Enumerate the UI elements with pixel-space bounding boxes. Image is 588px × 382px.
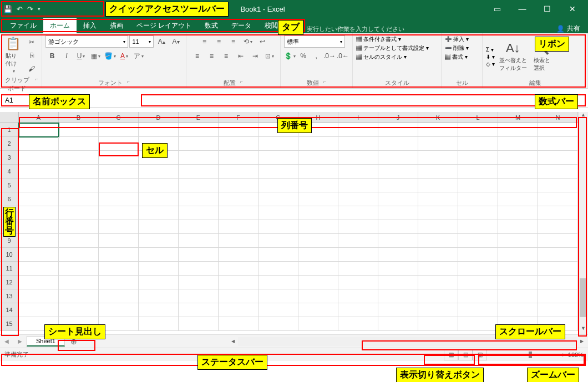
cell[interactable]	[139, 234, 179, 248]
cell[interactable]	[258, 276, 298, 289]
fx-icon[interactable]: fx	[83, 96, 88, 104]
cell[interactable]	[418, 248, 458, 262]
cell[interactable]	[458, 276, 498, 289]
align-top-button[interactable]: ≡	[198, 35, 211, 48]
cell[interactable]	[538, 192, 578, 206]
cell[interactable]	[179, 137, 219, 151]
redo-icon[interactable]: ↷	[27, 5, 33, 13]
cell[interactable]	[258, 234, 298, 248]
cell[interactable]	[378, 165, 418, 179]
page-break-view-button[interactable]: ▣	[473, 349, 487, 360]
cell[interactable]	[378, 234, 418, 248]
cell[interactable]	[498, 248, 538, 262]
row-header[interactable]: 5	[0, 179, 19, 192]
column-header[interactable]: K	[418, 112, 458, 123]
increase-font-button[interactable]: A▴	[155, 35, 168, 48]
cell[interactable]	[139, 206, 179, 220]
cell[interactable]	[59, 192, 99, 206]
find-select-button[interactable]: 🔍 検索と 選択	[531, 40, 552, 73]
cell[interactable]	[378, 220, 418, 234]
cell[interactable]	[338, 234, 378, 248]
save-icon[interactable]: 💾	[3, 5, 12, 13]
row-header[interactable]: 7	[0, 206, 19, 220]
share-button[interactable]: 👤 共有	[549, 24, 588, 33]
delete-cells-button[interactable]: ➖ 削除 ▾	[445, 44, 469, 52]
cell[interactable]	[418, 303, 458, 317]
column-header[interactable]: G	[258, 112, 298, 123]
cell[interactable]	[538, 276, 578, 289]
tab-draw[interactable]: 描画	[103, 18, 130, 33]
bold-button[interactable]: B	[45, 50, 59, 62]
cell[interactable]	[378, 303, 418, 317]
cell[interactable]	[538, 137, 578, 151]
cell[interactable]	[298, 234, 338, 248]
cell[interactable]	[258, 179, 298, 192]
cell[interactable]	[418, 220, 458, 234]
cell[interactable]	[338, 220, 378, 234]
cell[interactable]	[59, 289, 99, 303]
cell[interactable]	[458, 262, 498, 276]
cell[interactable]	[99, 151, 139, 165]
cell[interactable]	[538, 303, 578, 317]
cell[interactable]	[59, 151, 99, 165]
cell[interactable]	[19, 317, 59, 331]
cell[interactable]	[498, 123, 538, 137]
cell[interactable]	[59, 248, 99, 262]
cell[interactable]	[99, 220, 139, 234]
cell[interactable]	[139, 137, 179, 151]
cell[interactable]	[378, 276, 418, 289]
cell[interactable]	[418, 137, 458, 151]
cell[interactable]	[498, 289, 538, 303]
cell[interactable]	[298, 206, 338, 220]
cell[interactable]	[139, 262, 179, 276]
cell[interactable]	[59, 179, 99, 192]
cell[interactable]	[219, 179, 258, 192]
cell-styles-button[interactable]: ▦ セルのスタイル ▾	[356, 53, 407, 61]
minimize-button[interactable]: —	[510, 0, 535, 18]
align-middle-button[interactable]: ≡	[212, 35, 226, 48]
row-header[interactable]: 8	[0, 220, 19, 234]
fill-button[interactable]: ⬇ ▾	[486, 54, 495, 60]
cell[interactable]	[298, 123, 338, 137]
cell[interactable]	[19, 137, 59, 151]
cell[interactable]	[538, 262, 578, 276]
decrease-indent-button[interactable]: ⇤	[234, 50, 247, 62]
cell[interactable]	[219, 262, 258, 276]
cell[interactable]	[139, 303, 179, 317]
cell[interactable]	[139, 179, 179, 192]
cell[interactable]	[458, 137, 498, 151]
cell[interactable]	[99, 317, 139, 331]
cell[interactable]	[378, 206, 418, 220]
cell[interactable]	[99, 165, 139, 179]
formula-input[interactable]	[94, 93, 588, 107]
cell[interactable]	[538, 165, 578, 179]
cell[interactable]	[59, 303, 99, 317]
name-box[interactable]	[1, 95, 57, 106]
cell[interactable]	[418, 123, 458, 137]
cell[interactable]	[338, 262, 378, 276]
cell[interactable]	[19, 206, 59, 220]
cell[interactable]	[179, 234, 219, 248]
row-header[interactable]: 4	[0, 165, 19, 179]
increase-indent-button[interactable]: ⇥	[249, 50, 262, 62]
align-left-button[interactable]: ≡	[191, 50, 204, 62]
border-button[interactable]: ▦▾	[89, 50, 102, 62]
cell[interactable]	[258, 137, 298, 151]
column-header[interactable]: N	[538, 112, 578, 123]
cell[interactable]	[219, 123, 258, 137]
cell[interactable]	[298, 220, 338, 234]
cell[interactable]	[498, 317, 538, 331]
decrease-font-button[interactable]: A▾	[169, 35, 183, 48]
cell[interactable]	[418, 317, 458, 331]
cell[interactable]	[378, 151, 418, 165]
cell[interactable]	[219, 206, 258, 220]
cell[interactable]	[258, 248, 298, 262]
cell[interactable]	[498, 192, 538, 206]
column-header[interactable]: D	[139, 112, 179, 123]
cell[interactable]	[458, 192, 498, 206]
cell[interactable]	[219, 248, 258, 262]
cell[interactable]	[99, 303, 139, 317]
font-color-button[interactable]: A▾	[118, 50, 131, 62]
cell[interactable]	[139, 317, 179, 331]
percent-button[interactable]: %	[297, 50, 310, 62]
